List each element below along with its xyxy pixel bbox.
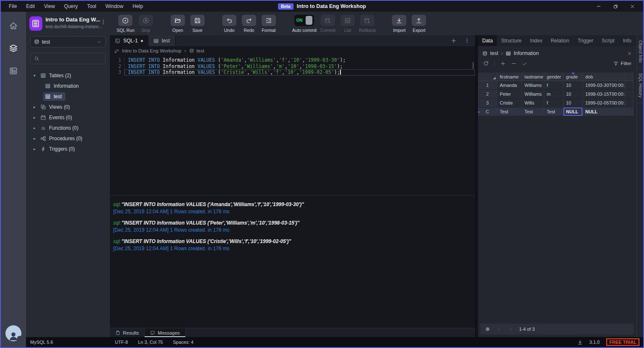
cell-firstname[interactable]: Cristie xyxy=(497,99,522,107)
export-button[interactable]: Export xyxy=(410,15,427,33)
row-id-cell[interactable]: 3 xyxy=(478,99,497,107)
breadcrumb-workspace[interactable]: Intro to Data Eng Workshop xyxy=(122,48,182,53)
bottom-tab-messages[interactable]: Messages xyxy=(145,328,185,337)
avatar-gear-icon[interactable] xyxy=(17,336,23,342)
menu-file[interactable]: File xyxy=(4,1,21,12)
close-button[interactable] xyxy=(624,1,641,12)
code-line-2[interactable]: 2INSERT INTO Information VALUES ('Peter'… xyxy=(110,63,475,70)
caret-icon[interactable]: ▸ xyxy=(34,105,37,109)
panel-tab-script[interactable]: Script xyxy=(597,35,619,46)
settings-gear-button[interactable] xyxy=(485,326,491,332)
menu-window[interactable]: Window xyxy=(101,1,128,12)
cell-grade[interactable]: 10 xyxy=(564,99,583,107)
cell-grade[interactable]: 10 xyxy=(564,81,583,90)
open-button[interactable]: Open xyxy=(169,15,186,33)
tree-item-tables-2[interactable]: ▾Tables (2) xyxy=(26,70,110,81)
download-icon[interactable] xyxy=(577,340,583,345)
menu-view[interactable]: View xyxy=(39,1,60,12)
cell-dob[interactable]: NULL xyxy=(583,107,626,116)
close-icon[interactable] xyxy=(627,51,632,56)
database-nav-button[interactable] xyxy=(1,37,26,60)
cell-gender[interactable]: f xyxy=(544,99,564,107)
undo-button[interactable]: Undo xyxy=(221,15,238,33)
menu-help[interactable]: Help xyxy=(128,1,148,12)
panel-breadcrumb-database[interactable]: test xyxy=(490,50,498,56)
page-next-button[interactable] xyxy=(508,327,513,332)
monitor-nav-button[interactable] xyxy=(1,60,26,82)
free-trial-badge[interactable]: FREE TRIAL xyxy=(606,338,639,346)
code-line-3[interactable]: 3INSERT INTO Information VALUES ('Cristi… xyxy=(110,69,475,76)
database-selector[interactable]: test xyxy=(30,36,106,47)
bottom-tab-results[interactable]: Results xyxy=(110,328,145,337)
cursor-position-label[interactable]: Ln 3, Col 75 xyxy=(138,340,163,345)
breadcrumb-database[interactable]: test xyxy=(197,48,205,53)
minimize-button[interactable] xyxy=(590,1,607,12)
page-prev-button[interactable] xyxy=(496,327,502,332)
panel-tab-info[interactable]: Info xyxy=(619,35,636,46)
cell-dob[interactable]: 1999-03-30T00:00:... xyxy=(583,81,626,90)
tree-item-information[interactable]: Information xyxy=(26,81,110,91)
filter-button[interactable]: Filter xyxy=(613,61,631,66)
cell-lastname[interactable]: Wills xyxy=(522,99,544,107)
delete-row-button[interactable] xyxy=(511,61,517,66)
workspace-menu-button[interactable] xyxy=(100,16,106,25)
code-line-1[interactable]: 1INSERT INTO Information VALUES ('Amanda… xyxy=(110,57,475,63)
column-header-grade[interactable]: grade xyxy=(564,73,583,81)
cell-gender[interactable]: m xyxy=(544,90,564,99)
spaces-label[interactable]: Spaces: 4 xyxy=(173,340,194,345)
panel-breadcrumb-table[interactable]: Information xyxy=(514,50,539,56)
caret-icon[interactable]: ▸ xyxy=(34,147,37,151)
user-avatar[interactable] xyxy=(5,325,21,341)
caret-icon[interactable]: ▸ xyxy=(34,115,37,120)
tab-menu-button[interactable] xyxy=(464,38,470,44)
panel-tab-trigger[interactable]: Trigger xyxy=(573,35,597,46)
vertical-divider[interactable] xyxy=(475,35,478,337)
cell-grade[interactable]: 10 xyxy=(564,90,583,99)
cell-gender[interactable]: Test xyxy=(544,107,564,116)
editor-tab-test[interactable]: test xyxy=(148,35,175,46)
side-rail-tab-sql-history[interactable]: SQL History xyxy=(637,68,644,103)
cell-dob[interactable]: 1999-02-05T00:00:... xyxy=(583,99,626,107)
tree-item-views-0[interactable]: ▸Views (0) xyxy=(26,102,110,112)
cell-lastname[interactable]: Test xyxy=(522,107,544,116)
refresh-button[interactable] xyxy=(483,60,489,66)
redo-button[interactable]: Redo xyxy=(241,15,257,33)
search-input[interactable] xyxy=(39,55,102,62)
menu-query[interactable]: Query xyxy=(60,1,83,12)
table-row-C[interactable]: ▸CTestTestTestNULLNULL xyxy=(478,107,636,116)
auto-commit-toggle[interactable]: ONAuto commit xyxy=(292,15,317,33)
add-row-button[interactable] xyxy=(500,61,506,66)
editor-scrollbar-thumb[interactable] xyxy=(473,62,474,69)
row-id-cell[interactable]: ▸C xyxy=(478,107,497,116)
column-header-firstname[interactable]: firstname xyxy=(497,73,522,81)
menu-tool[interactable]: Tool xyxy=(83,1,101,12)
tree-item-test[interactable]: test xyxy=(26,91,110,102)
panel-tab-index[interactable]: Index xyxy=(526,35,546,46)
panel-tab-relation[interactable]: Relation xyxy=(546,35,573,46)
menu-edit[interactable]: Edit xyxy=(21,1,39,12)
sql-editor[interactable]: 1INSERT INTO Information VALUES ('Amanda… xyxy=(110,55,475,196)
apply-changes-button[interactable] xyxy=(522,61,527,66)
column-header-dob[interactable]: dob xyxy=(583,73,626,81)
home-nav-button[interactable] xyxy=(1,14,26,37)
column-header-gender[interactable]: gender xyxy=(544,73,564,81)
encoding-label[interactable]: UTF-8 xyxy=(115,340,128,345)
column-header-lastname[interactable]: lastname xyxy=(522,73,544,81)
import-button[interactable]: Import xyxy=(391,15,408,33)
caret-icon[interactable]: ▾ xyxy=(34,73,37,78)
grid-corner-cell[interactable] xyxy=(478,73,497,81)
cell-firstname[interactable]: Peter xyxy=(497,90,522,99)
cell-firstname[interactable]: Amanda xyxy=(497,81,522,90)
tree-item-procedures-0[interactable]: ▸Procedures (0) xyxy=(26,133,110,144)
row-id-cell[interactable]: 2 xyxy=(478,90,497,99)
panel-tab-data[interactable]: Data xyxy=(478,35,497,46)
table-row-2[interactable]: 2PeterWilliamsm101998-03-15T00:00:... xyxy=(478,90,636,99)
format-button[interactable]: Format xyxy=(260,15,277,33)
save-button[interactable]: Save xyxy=(189,15,206,33)
run-button[interactable]: SQL Run xyxy=(117,15,135,33)
cell-gender[interactable]: f xyxy=(544,81,564,90)
side-rail-tab-object-info[interactable]: Object Info xyxy=(637,35,644,68)
caret-icon[interactable]: ▸ xyxy=(34,136,37,141)
editor-tab-sql-1[interactable]: SQL-1 xyxy=(110,35,148,46)
cell-firstname[interactable]: Test xyxy=(497,107,522,116)
